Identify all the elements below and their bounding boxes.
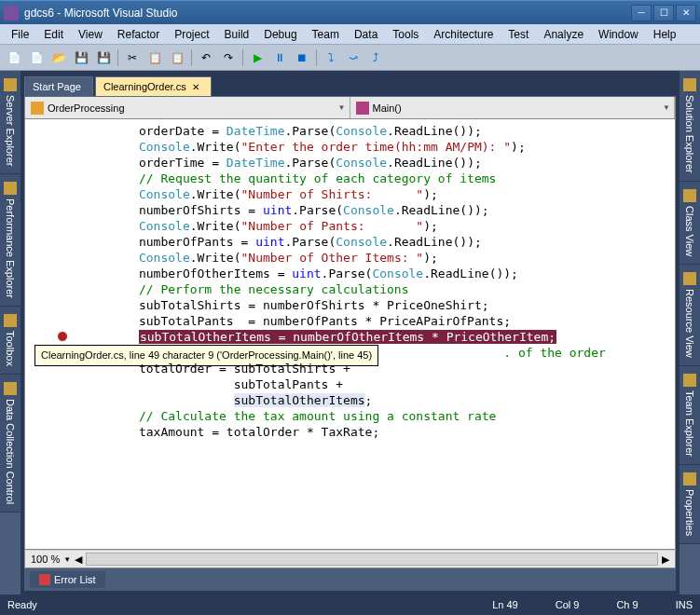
code-line[interactable]: . of the orderClearningOrder.cs, line 49… [51, 345, 675, 361]
close-button[interactable]: ✕ [676, 5, 696, 21]
step-out-button[interactable]: ⤴ [365, 48, 386, 68]
panel-icon [4, 182, 17, 195]
paste-button[interactable]: 📋 [167, 48, 187, 68]
menu-file[interactable]: File [4, 25, 36, 44]
chevron-down-icon: ▼ [338, 103, 346, 112]
copy-button[interactable]: 📋 [144, 48, 165, 68]
code-line[interactable]: subTotalOtherItems; [51, 392, 675, 408]
window-title: gdcs6 - Microsoft Visual Studio [24, 7, 631, 20]
cut-button[interactable]: ✂ [122, 48, 143, 68]
left-tool-panels: Server ExplorerPerformance ExplorerToolb… [0, 71, 21, 594]
type-name: OrderProcessing [48, 102, 125, 114]
save-all-button[interactable]: 💾 [93, 48, 114, 68]
code-line[interactable]: numberOfShirts = uint.Parse(Console.Read… [51, 202, 675, 218]
type-dropdown[interactable]: OrderProcessing ▼ [25, 97, 350, 118]
menu-project[interactable]: Project [167, 25, 216, 44]
menu-data[interactable]: Data [347, 25, 385, 44]
menu-window[interactable]: Window [591, 25, 646, 44]
menu-architecture[interactable]: Architecture [426, 25, 501, 44]
right-panel-class-view[interactable]: Class View [679, 182, 700, 265]
menu-analyze[interactable]: Analyze [536, 25, 591, 44]
code-line[interactable]: // Request the quantity of each category… [51, 171, 675, 186]
step-button[interactable]: ⤵ [321, 48, 341, 68]
code-line[interactable]: taxAmount = totalOrder * TaxRate; [51, 424, 675, 440]
pause-button[interactable]: ⏸ [269, 48, 290, 68]
status-line: Ln 49 [492, 599, 518, 610]
save-button[interactable]: 💾 [71, 48, 91, 68]
right-panel-team-explorer[interactable]: Team Explorer [679, 366, 700, 465]
code-line[interactable]: subTotalOtherItems = numberOfOtherItems … [51, 329, 675, 345]
code-line[interactable]: orderTime = DateTime.Parse(Console.ReadL… [51, 155, 675, 171]
panel-icon [683, 189, 696, 202]
toolbar: 📄 📄 📂 💾 💾 ✂ 📋 📋 ↶ ↷ ▶ ⏸ ⏹ ⤵ ⤻ ⤴ [0, 45, 700, 71]
panel-label: Resource View [684, 289, 695, 358]
panel-label: Class View [684, 206, 695, 256]
menu-edit[interactable]: Edit [36, 25, 71, 44]
undo-button[interactable]: ↶ [196, 48, 216, 68]
start-button[interactable]: ▶ [247, 48, 268, 68]
panel-label: Toolbox [5, 331, 16, 366]
separator [117, 49, 118, 66]
left-panel-toolbox[interactable]: Toolbox [0, 307, 21, 375]
code-line[interactable]: numberOfPants = uint.Parse(Console.ReadL… [51, 234, 675, 250]
code-line[interactable]: subTotalShirts = numberOfShirts * PriceO… [51, 297, 675, 313]
menu-test[interactable]: Test [501, 25, 536, 44]
code-line[interactable]: totalOrder = subTotalShirts + [51, 361, 675, 376]
code-editor[interactable]: orderDate = DateTime.Parse(Console.ReadL… [24, 119, 676, 550]
redo-button[interactable]: ↷ [218, 48, 239, 68]
menu-help[interactable]: Help [646, 25, 684, 44]
menu-tools[interactable]: Tools [385, 25, 426, 44]
code-line[interactable]: // Perform the necessary calculations [51, 281, 675, 297]
main-layout: Server ExplorerPerformance ExplorerToolb… [0, 71, 700, 594]
scroll-left-icon[interactable]: ◀ [75, 554, 82, 566]
tab-label: ClearningOrder.cs [103, 81, 186, 92]
tab-close-icon[interactable]: ✕ [192, 82, 199, 92]
code-line[interactable]: numberOfOtherItems = uint.Parse(Console.… [51, 266, 675, 281]
class-icon [31, 102, 44, 115]
right-panel-resource-view[interactable]: Resource View [679, 265, 700, 366]
add-item-button[interactable]: 📄 [26, 48, 47, 68]
menu-debug[interactable]: Debug [256, 25, 304, 44]
menu-team[interactable]: Team [305, 25, 347, 44]
left-panel-data-collection-control[interactable]: Data Collection Control [0, 375, 21, 512]
titlebar: gdcs6 - Microsoft Visual Studio ─ ☐ ✕ [0, 0, 700, 24]
error-list-tab[interactable]: Error List [30, 571, 105, 588]
code-line[interactable]: subTotalPants + [51, 376, 675, 392]
error-list-label: Error List [54, 574, 96, 585]
zoom-level[interactable]: 100 % [31, 554, 60, 565]
scroll-right-icon[interactable]: ▶ [662, 554, 669, 566]
step-over-button[interactable]: ⤻ [343, 48, 364, 68]
member-name: Main() [373, 102, 402, 114]
open-button[interactable]: 📂 [48, 48, 69, 68]
navigation-bar: OrderProcessing ▼ Main() ▼ [24, 97, 676, 119]
right-tool-panels: Solution ExplorerClass ViewResource View… [679, 71, 700, 594]
menu-view[interactable]: View [71, 25, 110, 44]
menu-refactor[interactable]: Refactor [110, 25, 167, 44]
document-tab[interactable]: Start Page [24, 76, 93, 96]
editor-area: Start PageClearningOrder.cs✕ OrderProces… [21, 71, 679, 594]
right-panel-properties[interactable]: Properties [679, 465, 700, 544]
code-line[interactable]: Console.Write("Number of Shirts: "); [51, 186, 675, 202]
breakpoint-icon[interactable] [57, 331, 68, 342]
new-project-button[interactable]: 📄 [4, 48, 24, 68]
member-dropdown[interactable]: Main() ▼ [350, 97, 676, 118]
code-line[interactable]: orderDate = DateTime.Parse(Console.ReadL… [51, 123, 675, 139]
right-panel-solution-explorer[interactable]: Solution Explorer [679, 71, 700, 182]
document-tab[interactable]: ClearningOrder.cs✕ [95, 76, 212, 96]
left-panel-performance-explorer[interactable]: Performance Explorer [0, 174, 21, 307]
code-line[interactable]: Console.Write("Number of Other Items: ")… [51, 250, 675, 266]
chevron-down-icon[interactable]: ▼ [63, 555, 71, 564]
status-col: Col 9 [556, 599, 580, 610]
left-panel-server-explorer[interactable]: Server Explorer [0, 71, 21, 174]
minimize-button[interactable]: ─ [631, 5, 652, 21]
code-line[interactable]: subTotalPants = numberOfPants * PriceAPa… [51, 313, 675, 329]
maximize-button[interactable]: ☐ [653, 5, 674, 21]
tab-label: Start Page [33, 81, 81, 92]
code-line[interactable]: Console.Write("Number of Pants: "); [51, 218, 675, 234]
menu-build[interactable]: Build [217, 25, 257, 44]
stop-button[interactable]: ⏹ [292, 48, 312, 68]
code-line[interactable]: Console.Write("Enter the order time(hh:m… [51, 139, 675, 155]
code-line[interactable]: // Calculate the tax amount using a cons… [51, 408, 675, 424]
editor-footer: 100 % ▼ ◀ ▶ [24, 550, 676, 568]
horizontal-scrollbar[interactable] [86, 553, 658, 566]
